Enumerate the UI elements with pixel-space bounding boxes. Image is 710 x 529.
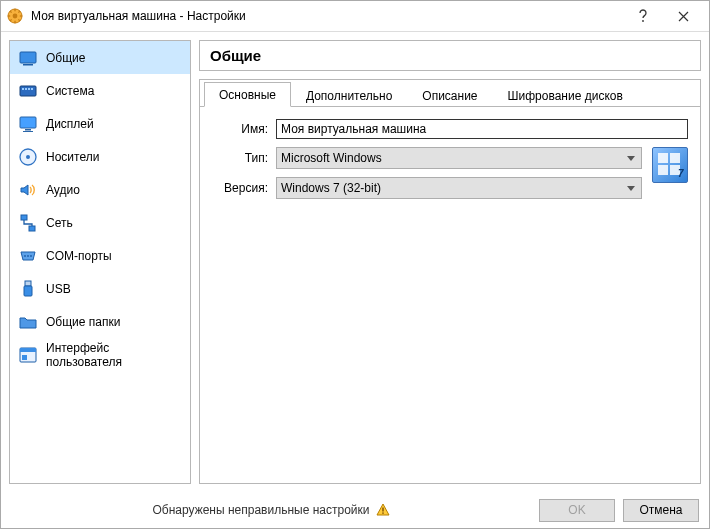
- svg-rect-23: [21, 215, 27, 220]
- type-label: Тип:: [212, 151, 270, 165]
- svg-rect-19: [25, 129, 31, 131]
- usb-icon: [18, 279, 38, 299]
- settings-window: Моя виртуальная машина - Настройки Общие…: [0, 0, 710, 529]
- svg-rect-34: [670, 153, 680, 163]
- tab-label: Основные: [219, 88, 276, 102]
- sidebar-item-label: Сеть: [46, 216, 73, 230]
- app-icon: [7, 8, 23, 24]
- name-input[interactable]: [276, 119, 688, 139]
- tab-label: Дополнительно: [306, 89, 392, 103]
- cancel-button[interactable]: Отмена: [623, 499, 699, 522]
- combo-value: Microsoft Windows: [281, 151, 382, 165]
- sidebar-item-label: Общие папки: [46, 315, 120, 329]
- svg-rect-14: [22, 88, 24, 90]
- sidebar: Общие Система Дисплей Носители Аудио Сет…: [9, 40, 191, 484]
- sidebar-item-shared[interactable]: Общие папки: [10, 305, 190, 338]
- network-icon: [18, 213, 38, 233]
- svg-point-27: [30, 255, 32, 257]
- sidebar-item-general[interactable]: Общие: [10, 41, 190, 74]
- panel: Основные Дополнительно Описание Шифрован…: [199, 79, 701, 484]
- row-type: Тип: Microsoft Windows: [212, 147, 642, 169]
- status-area: Обнаружены неправильные настройки: [11, 503, 531, 517]
- svg-rect-13: [20, 86, 36, 96]
- svg-rect-39: [382, 512, 383, 513]
- svg-rect-31: [20, 348, 36, 352]
- status-text: Обнаружены неправильные настройки: [152, 503, 369, 517]
- svg-point-10: [642, 20, 644, 22]
- button-label: OK: [568, 503, 585, 517]
- version-combo[interactable]: Windows 7 (32-bit): [276, 177, 642, 199]
- audio-icon: [18, 180, 38, 200]
- serial-icon: [18, 246, 38, 266]
- tabstrip: Основные Дополнительно Описание Шифрован…: [200, 80, 700, 107]
- row-version: Версия: Windows 7 (32-bit): [212, 177, 642, 199]
- system-icon: [18, 81, 38, 101]
- sidebar-item-label: Дисплей: [46, 117, 94, 131]
- sidebar-item-system[interactable]: Система: [10, 74, 190, 107]
- tab-label: Описание: [422, 89, 477, 103]
- page-heading: Общие: [210, 47, 690, 64]
- close-button[interactable]: [663, 2, 703, 30]
- tab-advanced[interactable]: Дополнительно: [291, 83, 407, 107]
- warning-icon: [376, 503, 390, 517]
- sidebar-item-label: Носители: [46, 150, 99, 164]
- svg-rect-17: [31, 88, 33, 90]
- sidebar-item-serial[interactable]: COM-порты: [10, 239, 190, 272]
- main: Общие Основные Дополнительно Описание Ши…: [199, 40, 701, 484]
- svg-text:7: 7: [678, 168, 684, 179]
- ok-button[interactable]: OK: [539, 499, 615, 522]
- svg-rect-12: [23, 64, 33, 66]
- svg-rect-18: [20, 117, 36, 128]
- help-button[interactable]: [623, 2, 663, 30]
- sidebar-item-label: USB: [46, 282, 71, 296]
- tab-body: Имя: Тип: Microsoft Windows Версия: Wind…: [200, 107, 700, 483]
- svg-rect-28: [25, 281, 31, 286]
- svg-point-25: [24, 255, 26, 257]
- body: Общие Система Дисплей Носители Аудио Сет…: [1, 32, 709, 492]
- sidebar-item-label: COM-порты: [46, 249, 112, 263]
- tab-label: Шифрование дисков: [508, 89, 623, 103]
- svg-rect-15: [25, 88, 27, 90]
- svg-rect-29: [24, 286, 32, 296]
- window-title: Моя виртуальная машина - Настройки: [31, 9, 623, 23]
- display-icon: [18, 114, 38, 134]
- sidebar-item-display[interactable]: Дисплей: [10, 107, 190, 140]
- tab-description[interactable]: Описание: [407, 83, 492, 107]
- type-combo[interactable]: Microsoft Windows: [276, 147, 642, 169]
- sidebar-item-label: Общие: [46, 51, 85, 65]
- sidebar-item-audio[interactable]: Аудио: [10, 173, 190, 206]
- svg-point-22: [26, 155, 30, 159]
- storage-icon: [18, 147, 38, 167]
- sidebar-item-usb[interactable]: USB: [10, 272, 190, 305]
- sidebar-item-label: Система: [46, 84, 94, 98]
- sidebar-item-network[interactable]: Сеть: [10, 206, 190, 239]
- svg-rect-24: [29, 226, 35, 231]
- version-label: Версия:: [212, 181, 270, 195]
- svg-rect-38: [382, 508, 383, 512]
- svg-rect-20: [23, 131, 33, 132]
- svg-rect-16: [28, 88, 30, 90]
- name-label: Имя:: [212, 122, 270, 136]
- sidebar-item-label: Интерфейс пользователя: [46, 341, 182, 369]
- svg-rect-35: [658, 165, 668, 175]
- button-label: Отмена: [639, 503, 682, 517]
- row-name: Имя:: [212, 119, 688, 139]
- svg-rect-32: [22, 355, 27, 360]
- svg-point-26: [27, 255, 29, 257]
- svg-rect-33: [658, 153, 668, 163]
- sidebar-item-storage[interactable]: Носители: [10, 140, 190, 173]
- shared-folder-icon: [18, 312, 38, 332]
- svg-rect-11: [20, 52, 36, 63]
- footer: Обнаружены неправильные настройки OK Отм…: [1, 492, 709, 528]
- os-badge-icon: 7: [652, 147, 688, 183]
- interface-icon: [18, 345, 38, 365]
- titlebar: Моя виртуальная машина - Настройки: [1, 1, 709, 32]
- general-icon: [18, 48, 38, 68]
- heading-box: Общие: [199, 40, 701, 71]
- combo-value: Windows 7 (32-bit): [281, 181, 381, 195]
- tab-basic[interactable]: Основные: [204, 82, 291, 107]
- svg-point-1: [13, 14, 18, 19]
- sidebar-item-interface[interactable]: Интерфейс пользователя: [10, 338, 190, 371]
- sidebar-item-label: Аудио: [46, 183, 80, 197]
- tab-encryption[interactable]: Шифрование дисков: [493, 83, 638, 107]
